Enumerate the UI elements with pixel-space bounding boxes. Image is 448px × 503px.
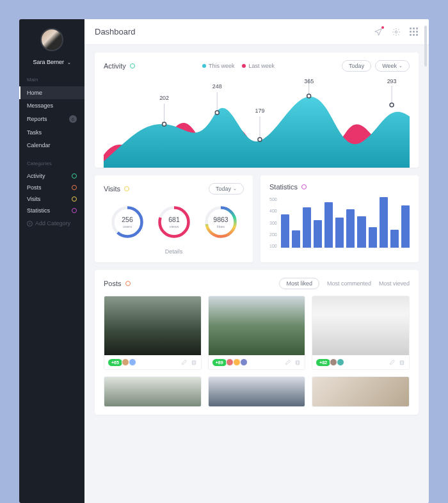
stat-bar: [357, 216, 365, 248]
sidebar-item-tasks[interactable]: Tasks: [19, 126, 84, 139]
page-title: Dashboard: [95, 27, 136, 36]
svg-text:9863: 9863: [213, 216, 228, 223]
stat-bar: [324, 202, 333, 248]
activity-week-button[interactable]: Week⌄: [375, 60, 410, 72]
sidebar-cat-statistics[interactable]: Statistics: [19, 205, 84, 216]
trash-icon[interactable]: [399, 359, 405, 365]
stat-bar: [380, 197, 388, 248]
stat-bar: [346, 209, 355, 248]
sidebar-item-label: Tasks: [27, 129, 42, 136]
sidebar-item-calendar[interactable]: Calendar: [19, 139, 84, 152]
post-image: [104, 296, 201, 355]
trash-icon[interactable]: [294, 359, 301, 365]
svg-point-6: [258, 138, 262, 141]
statistics-card: Statistics 500 400 300 200 100: [260, 175, 419, 262]
posts-card: Posts Most liked Most commented Most vie…: [95, 270, 419, 415]
activity-title: Activity: [104, 62, 126, 70]
visits-card: Visits Today⌄ 256 users: [95, 175, 253, 262]
stat-bar: [401, 205, 410, 248]
sidebar-item-label: Messages: [27, 102, 53, 109]
commenter-avatar: [240, 358, 248, 366]
svg-text:681: 681: [168, 216, 180, 223]
statistics-bars: [281, 197, 410, 248]
trash-icon[interactable]: [191, 359, 197, 365]
sidebar-item-home[interactable]: Home: [19, 86, 84, 99]
tab-most-liked[interactable]: Most liked: [279, 278, 319, 289]
sidebar-cat-label: Visits: [27, 196, 40, 202]
user-menu[interactable]: Sara Berner ⌄: [19, 56, 84, 74]
visits-details-link[interactable]: Details: [104, 248, 244, 255]
plus-icon: +: [27, 221, 33, 227]
reports-badge: 6: [69, 115, 77, 123]
scrollbar[interactable]: [424, 26, 427, 67]
category-dot-icon: [72, 208, 77, 213]
activity-today-button[interactable]: Today: [342, 60, 371, 72]
commenter-avatar: [226, 358, 234, 366]
tab-most-viewed[interactable]: Most vieved: [379, 280, 410, 287]
paper-plane-icon: [374, 28, 383, 36]
avatar[interactable]: [40, 28, 63, 51]
sidebar: Sara Berner ⌄ Main Home Messages Reports…: [19, 19, 84, 503]
add-category-label: Add Category: [35, 220, 70, 227]
activity-card: Activity This week Last week: [95, 52, 419, 168]
post-image: [312, 377, 409, 406]
edit-icon[interactable]: [285, 359, 291, 365]
chevron-down-icon: ⌄: [233, 186, 237, 191]
stat-bar: [303, 207, 311, 248]
svg-point-0: [395, 31, 397, 33]
sidebar-cat-visits[interactable]: Visits: [19, 193, 84, 205]
sidebar-section-main: Main: [19, 74, 84, 86]
post-card[interactable]: +82: [312, 296, 410, 370]
stat-bar: [314, 220, 322, 248]
legend-this-week: This week: [202, 63, 235, 69]
apps-button[interactable]: [410, 28, 419, 36]
post-card[interactable]: [312, 376, 410, 407]
svg-point-2: [163, 122, 166, 126]
visits-title: Visits: [104, 185, 120, 193]
add-category-button[interactable]: + Add Category: [19, 216, 84, 230]
main-content: Dashboard: [84, 19, 429, 503]
grid-icon: [410, 28, 419, 36]
sidebar-item-messages[interactable]: Messages: [19, 99, 84, 112]
visits-ring-users: 256 users: [110, 205, 145, 242]
post-card[interactable]: [208, 376, 306, 407]
edit-icon[interactable]: [181, 359, 188, 365]
svg-point-8: [307, 94, 311, 98]
post-card[interactable]: +89: [208, 296, 306, 370]
edit-icon[interactable]: [389, 359, 396, 365]
topbar: Dashboard: [84, 19, 429, 45]
post-card[interactable]: [104, 376, 202, 407]
commenter-avatar: [337, 358, 344, 366]
peak-label-1: 248: [212, 83, 222, 90]
sidebar-cat-activity[interactable]: Activity: [19, 170, 84, 182]
notification-dot-icon: [381, 26, 384, 29]
settings-button[interactable]: [392, 28, 401, 36]
svg-text:256: 256: [122, 216, 133, 223]
notifications-button[interactable]: [374, 28, 383, 36]
tab-most-commented[interactable]: Most commented: [327, 280, 371, 287]
statistics-title: Statistics: [269, 183, 298, 191]
svg-text:users: users: [122, 225, 132, 228]
sidebar-cat-posts[interactable]: Posts: [19, 182, 84, 193]
like-badge: +65: [108, 359, 122, 366]
svg-text:likes: likes: [216, 225, 224, 228]
post-image: [209, 377, 305, 406]
like-badge: +89: [212, 359, 227, 366]
category-dot-icon: [72, 185, 77, 190]
post-image: [312, 296, 409, 355]
like-badge: +82: [316, 359, 330, 366]
visits-today-button[interactable]: Today⌄: [209, 183, 244, 195]
visits-ring-likes: 9863 likes: [204, 205, 238, 242]
statistics-dot-icon: [301, 184, 307, 189]
stat-bar: [335, 218, 344, 248]
sidebar-item-reports[interactable]: Reports 6: [19, 112, 84, 126]
post-card[interactable]: +65: [104, 296, 202, 370]
chevron-down-icon: ⌄: [67, 60, 71, 65]
commenter-avatar: [129, 358, 136, 366]
stat-bar: [281, 214, 289, 248]
post-image: [209, 296, 305, 355]
sidebar-item-label: Calendar: [27, 142, 51, 148]
gear-icon: [392, 28, 401, 36]
sidebar-cat-label: Posts: [27, 184, 42, 191]
category-dot-icon: [72, 196, 77, 202]
